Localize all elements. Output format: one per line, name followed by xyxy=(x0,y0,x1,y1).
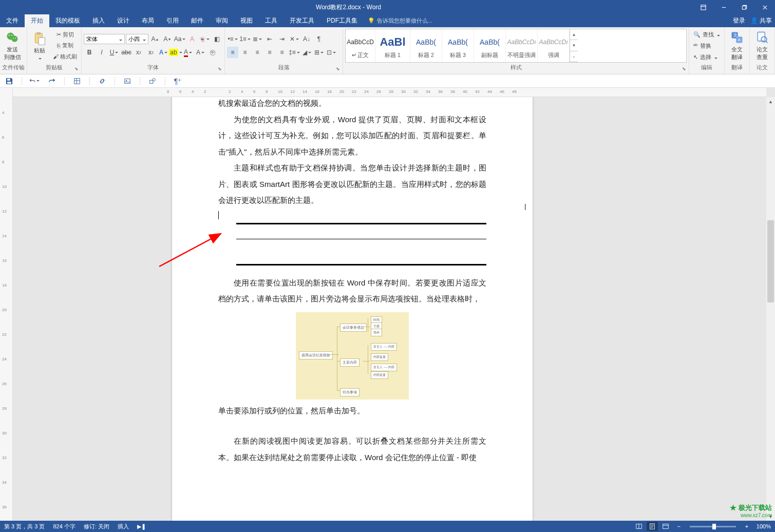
borders-button[interactable]: ⊞ xyxy=(313,47,325,58)
line-spacing-button[interactable]: ‡≡ xyxy=(289,47,300,58)
tab-my-templates[interactable]: 我的模板 xyxy=(49,14,86,27)
font-family-select[interactable]: 宋体 xyxy=(84,34,125,44)
horizontal-rule-thick[interactable] xyxy=(236,264,486,265)
scrollbar-thumb[interactable] xyxy=(767,220,774,302)
tab-pdf-tools[interactable]: PDF工具集 xyxy=(320,14,364,27)
scroll-down-icon[interactable]: ▼ xyxy=(766,512,775,521)
thesis-check-button[interactable]: 论文查重 xyxy=(752,29,772,63)
style-subtitle[interactable]: AaBb(副标题 xyxy=(474,29,506,62)
shrink-font-button[interactable]: A▼ xyxy=(162,33,173,45)
clear-formatting-button[interactable]: ◧ xyxy=(211,33,222,45)
select-button[interactable]: ↖选择 xyxy=(691,52,722,62)
subscript-button[interactable]: x2 xyxy=(133,47,144,58)
mindmap-image[interactable]: 通用会议纪要模板 会议事务信息 主要内容 待办事项 时间 主题 地点 发言人 -… xyxy=(296,312,409,400)
highlight-button[interactable]: ab xyxy=(170,47,181,58)
asian-layout-button[interactable]: ✕ xyxy=(289,33,300,45)
bold-button[interactable]: B xyxy=(84,47,95,58)
tell-me-search[interactable]: 💡 告诉我您想要做什么... xyxy=(364,14,437,27)
font-color-button[interactable]: A xyxy=(182,47,194,58)
underline-button[interactable]: U xyxy=(108,47,120,58)
qat-shapes-button[interactable] xyxy=(147,76,158,86)
tab-layout[interactable]: 布局 xyxy=(136,14,160,27)
zoom-level[interactable]: 100% xyxy=(757,523,771,529)
shading-button[interactable]: ◢ xyxy=(301,47,312,58)
scroll-up-icon[interactable]: ▲ xyxy=(766,97,775,106)
doc-paragraph[interactable]: 主题和样式也有助于文档保持协调。当您单击设计并选择新的主题时，图片、图表或 Sm… xyxy=(218,160,486,208)
change-case-button[interactable]: Aa xyxy=(174,33,185,45)
snap-button[interactable]: ⊡ xyxy=(326,47,337,58)
italic-button[interactable]: I xyxy=(96,47,107,58)
increase-indent-button[interactable]: ⇥ xyxy=(276,33,288,45)
sort-button[interactable]: A↓ xyxy=(301,33,312,45)
paste-button[interactable]: 粘贴 xyxy=(29,29,50,63)
numbering-button[interactable]: 1≡ xyxy=(239,33,251,45)
dialog-launcher-icon[interactable]: ⬊ xyxy=(335,66,341,72)
horizontal-rule-thick[interactable] xyxy=(236,223,486,224)
qat-link-button[interactable] xyxy=(97,76,107,86)
zoom-slider[interactable] xyxy=(690,526,736,527)
dialog-launcher-icon[interactable]: ⬊ xyxy=(681,66,687,72)
status-page[interactable]: 第 3 页，共 3 页 xyxy=(4,523,45,530)
align-left-button[interactable]: ≡ xyxy=(227,47,238,58)
decrease-indent-button[interactable]: ⇤ xyxy=(264,33,275,45)
char-shading-button[interactable]: A xyxy=(195,47,206,58)
align-justify-button[interactable]: ≡ xyxy=(264,47,275,58)
strikethrough-button[interactable]: abc xyxy=(121,47,132,58)
view-web-layout-button[interactable] xyxy=(660,522,671,531)
show-marks-button[interactable]: ¶ xyxy=(313,33,325,45)
dialog-launcher-icon[interactable]: ⬊ xyxy=(217,66,223,72)
qat-table-button[interactable] xyxy=(72,76,82,86)
find-button[interactable]: 🔍查找 xyxy=(691,30,722,40)
style-emphasis[interactable]: AaBbCcDı强调 xyxy=(538,29,570,62)
status-track-changes[interactable]: 修订: 关闭 xyxy=(84,523,109,530)
send-to-wechat-button[interactable]: 发送到微信 xyxy=(2,29,23,63)
superscript-button[interactable]: x2 xyxy=(145,47,157,58)
tab-references[interactable]: 引用 xyxy=(160,14,185,27)
gallery-scroll[interactable]: ▲▼⌄ xyxy=(570,29,578,62)
font-clean-button[interactable]: A xyxy=(186,33,198,45)
share-button[interactable]: 👤 共享 xyxy=(750,16,772,25)
status-macro-icon[interactable]: ▶❚ xyxy=(137,523,146,530)
font-size-select[interactable]: 小四 xyxy=(126,34,148,44)
dialog-launcher-icon[interactable]: ⬊ xyxy=(73,66,80,72)
qat-paragraph-button[interactable]: ¶⁺ xyxy=(173,76,183,86)
bullets-button[interactable]: •≡ xyxy=(227,33,238,45)
undo-button[interactable] xyxy=(29,76,40,86)
full-translate-button[interactable]: 文A 全文翻译 xyxy=(727,29,747,63)
align-distribute-button[interactable]: ≡ xyxy=(276,47,288,58)
qat-picture-button[interactable] xyxy=(122,76,133,86)
align-center-button[interactable]: ≡ xyxy=(239,47,251,58)
restore-button[interactable] xyxy=(734,0,754,14)
tab-insert[interactable]: 插入 xyxy=(86,14,111,27)
tab-mailings[interactable]: 邮件 xyxy=(185,14,210,27)
view-read-mode-button[interactable] xyxy=(633,522,645,531)
save-button[interactable] xyxy=(4,76,14,86)
cut-button[interactable]: ✂剪切 xyxy=(51,30,79,40)
document-canvas[interactable]: I 机搜索最适合您的文档的视频。 为使您的文档具有专业外观，Word 提供了页眉… xyxy=(13,97,766,521)
align-right-button[interactable]: ≡ xyxy=(252,47,263,58)
horizontal-ruler[interactable]: 8642246810121416182022242628303234363840… xyxy=(13,88,766,97)
status-word-count[interactable]: 824 个字 xyxy=(53,523,75,530)
styles-gallery[interactable]: AaBbCcD↵ 正文 AaBl标题 1 AaBb(标题 2 AaBb(标题 3… xyxy=(345,29,687,63)
zoom-out-button[interactable]: − xyxy=(673,522,685,531)
tab-home[interactable]: 开始 xyxy=(25,14,49,27)
doc-paragraph[interactable]: 使用在需要位置出现的新按钮在 Word 中保存时间。若要更改图片适应文档的方式，… xyxy=(218,275,486,307)
tab-review[interactable]: 审阅 xyxy=(210,14,234,27)
replace-button[interactable]: ᵃᵇ替换 xyxy=(691,41,722,51)
tab-devtools[interactable]: 开发工具 xyxy=(283,14,320,27)
format-painter-button[interactable]: 🖌格式刷 xyxy=(51,52,79,62)
ribbon-display-options-icon[interactable] xyxy=(693,0,713,14)
tab-view[interactable]: 视图 xyxy=(234,14,259,27)
horizontal-rule-thin[interactable] xyxy=(236,239,486,239)
style-heading2[interactable]: AaBb(标题 2 xyxy=(410,29,442,62)
tab-file[interactable]: 文件 xyxy=(0,14,25,27)
tab-tools[interactable]: 工具 xyxy=(259,14,283,27)
vertical-scrollbar[interactable]: ▲ ▼ xyxy=(766,97,775,521)
doc-paragraph[interactable]: 机搜索最适合您的文档的视频。 xyxy=(218,97,486,111)
doc-paragraph[interactable]: 在新的阅读视图中阅读更加容易。可以折叠文档某些部分并关注所需文本。如果在达到结尾… xyxy=(218,433,486,465)
status-insert-mode[interactable]: 插入 xyxy=(118,523,129,530)
grow-font-button[interactable]: A▲ xyxy=(149,33,161,45)
zoom-in-button[interactable]: + xyxy=(741,522,752,531)
tab-design[interactable]: 设计 xyxy=(111,14,136,27)
phonetic-guide-button[interactable]: 👻 xyxy=(199,33,210,45)
